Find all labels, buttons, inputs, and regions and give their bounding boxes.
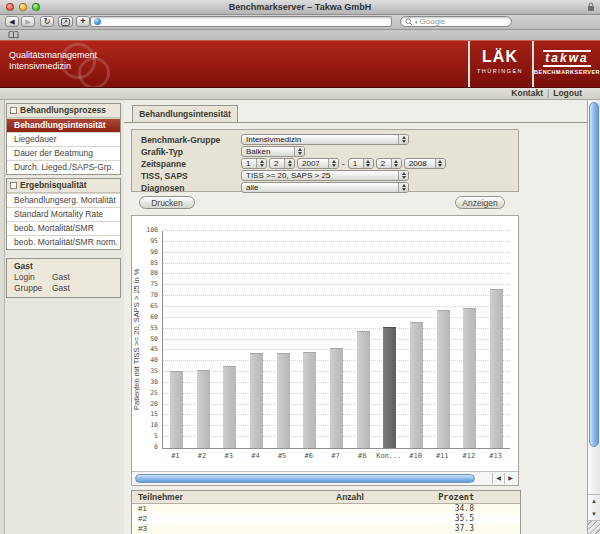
zeitspanne-label: Zeitspanne [141, 159, 241, 169]
benchmark-gruppe-select[interactable]: Intensivmedizin [241, 134, 409, 145]
link-separator: | [547, 88, 549, 98]
reload-icon: ↻ [44, 17, 51, 26]
zeitspanne-select[interactable]: 2008 [404, 158, 446, 169]
vertical-scrollbar[interactable]: ▲ ▼ [587, 100, 600, 534]
address-bar-input[interactable] [90, 16, 392, 27]
banner-line2: Intensivmedizin [9, 61, 97, 72]
chart-x-tick-label: #4 [242, 452, 269, 460]
user-box-row-label: Login [7, 272, 52, 283]
takwa-logo-subtext: BENCHMARKSERVER [534, 69, 600, 75]
user-box-header: Gast [7, 261, 120, 272]
logout-link[interactable]: Logout [553, 88, 582, 98]
tiss-saps-select[interactable]: TISS >= 20, SAPS > 25 [241, 170, 409, 181]
sidebar: BehandlungsprozessBehandlungsintensitätL… [5, 100, 124, 534]
sidebar-item[interactable]: Behandlungsintensität [7, 118, 120, 132]
window-zoom-button[interactable] [32, 3, 40, 11]
horizontal-scrollbar[interactable]: ◀ ▶ [132, 471, 518, 485]
stepper-arrows-icon [391, 159, 401, 168]
chart-bar-slot [163, 371, 190, 448]
chart-bar [437, 310, 450, 448]
form-row: Grafik-Typ Balken [132, 146, 518, 157]
browser-window: Benchmarkserver – Takwa GmbH ◀ ▶ ↻ + ▾ G… [0, 0, 600, 534]
banner-title: Qualitätsmanagement Intensivmedizin [9, 50, 97, 72]
tab-row: Behandlungsintensität [124, 103, 587, 123]
zeitspanne-select[interactable]: 2007 [297, 158, 339, 169]
stepper-arrows-icon [256, 159, 266, 168]
scroll-up-button[interactable]: ▲ [588, 495, 600, 508]
reload-button[interactable]: ↻ [40, 16, 54, 27]
anzahl-cell [308, 524, 428, 534]
chart-y-tick-label: 20 [150, 401, 158, 408]
chart-y-tick-label: 75 [150, 281, 158, 288]
window-close-button[interactable] [6, 3, 14, 11]
search-icon [405, 18, 413, 26]
scroll-right-button[interactable]: ▶ [504, 473, 516, 484]
zeitspanne-select[interactable]: 1 [241, 158, 267, 169]
forward-button[interactable]: ▶ [21, 16, 35, 27]
sidebar-item[interactable]: beob. Mortalität/SMR norm. [7, 235, 120, 249]
zeitspanne-select[interactable]: 2 [269, 158, 295, 169]
sidebar-item[interactable]: Liegedauer [7, 132, 120, 146]
main-panel: Behandlungsintensität Benchmark-Gruppe I… [124, 100, 587, 534]
sidebar-item[interactable]: Durch. Lieged./SAPS-Grp. [7, 160, 120, 174]
chart-y-tick-label: 100 [146, 227, 158, 234]
banner-line1: Qualitätsmanagement [9, 50, 97, 61]
window-controls [6, 3, 40, 11]
chart-x-tick-label: Kon... [376, 452, 403, 460]
bookmarks-book-icon[interactable] [8, 31, 19, 39]
scroll-left-button[interactable]: ◀ [492, 473, 504, 484]
vertical-scrollbar-thumb[interactable] [589, 102, 599, 447]
add-bookmark-button[interactable]: + [76, 16, 90, 27]
sidebar-item[interactable]: Dauer der Beatmung [7, 146, 120, 160]
stepper-arrows-icon [398, 135, 408, 144]
sidebar-item[interactable]: Behandlungserg. Mortalität [7, 193, 120, 207]
grafik-typ-select[interactable]: Balken [241, 146, 305, 157]
chart-x-tick-label: #5 [269, 452, 296, 460]
report-bug-button[interactable] [58, 16, 73, 27]
chart-bar-slot [430, 310, 457, 448]
report-bug-icon [61, 18, 70, 26]
stepper-arrows-icon [363, 159, 373, 168]
window-minimize-button[interactable] [19, 3, 27, 11]
chart-x-tick-label: #8 [349, 452, 376, 460]
section-square-icon [10, 182, 17, 189]
search-input[interactable]: ▾ Google [400, 16, 512, 27]
chart-x-tick-label: #11 [429, 452, 456, 460]
chart-y-tick-label: 40 [150, 357, 158, 364]
chart-y-tick-label: 45 [150, 346, 158, 353]
kontakt-link[interactable]: Kontakt [511, 88, 543, 98]
stepper-arrows-icon [435, 159, 445, 168]
horizontal-scrollbar-thumb[interactable] [135, 474, 475, 483]
content-area: BehandlungsprozessBehandlungsintensitätL… [0, 100, 600, 534]
sidebar-item[interactable]: beob. Mortalität/SMR [7, 221, 120, 235]
anzeigen-button[interactable]: Anzeigen [455, 196, 505, 209]
chart-y-tick-label: 35 [150, 368, 158, 375]
chart-bar-slot [403, 322, 430, 448]
back-icon: ◀ [9, 18, 14, 25]
drucken-button[interactable]: Drucken [139, 196, 195, 209]
chart-y-tick-label: 0 [154, 444, 158, 451]
chart-x-tick-label: #13 [482, 452, 509, 460]
chart-bar [277, 353, 290, 448]
chart-bar-slot [270, 353, 297, 448]
tab-behandlungsintensitaet[interactable]: Behandlungsintensität [132, 105, 238, 122]
diagnosen-select[interactable]: alle [241, 182, 409, 193]
form-row: Diagnosen alle [132, 182, 518, 193]
form-row: Benchmark-Gruppe Intensivmedizin [132, 134, 518, 145]
teilnehmer-cell: #1 [132, 504, 308, 514]
table-header-cell: Teilnehmer [132, 491, 308, 503]
chart-bar-slot [483, 289, 510, 448]
zeitspanne-select[interactable]: 2 [376, 158, 402, 169]
chart-y-tick-label: 15 [150, 411, 158, 418]
sidebar-item[interactable]: Standard Mortality Rate [7, 207, 120, 221]
chart-bar [303, 352, 316, 448]
zeitspanne-select[interactable]: 1 [348, 158, 374, 169]
chart-bar [357, 331, 370, 448]
teilnehmer-cell: #2 [132, 514, 308, 524]
header-banner: Qualitätsmanagement Intensivmedizin LÄK … [0, 40, 600, 88]
chart-y-tick-label: 65 [150, 303, 158, 310]
back-button[interactable]: ◀ [5, 16, 19, 27]
chart-y-tick-label: 50 [150, 336, 158, 343]
resize-grip[interactable] [588, 520, 600, 534]
search-options-chevron-icon: ▾ [415, 19, 418, 25]
